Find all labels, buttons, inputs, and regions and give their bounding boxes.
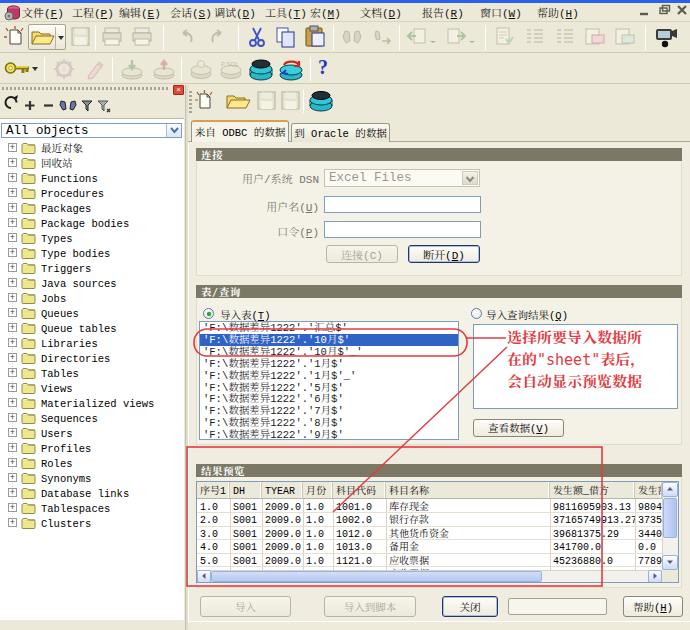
svg-text:P SQL: P SQL (221, 61, 239, 67)
